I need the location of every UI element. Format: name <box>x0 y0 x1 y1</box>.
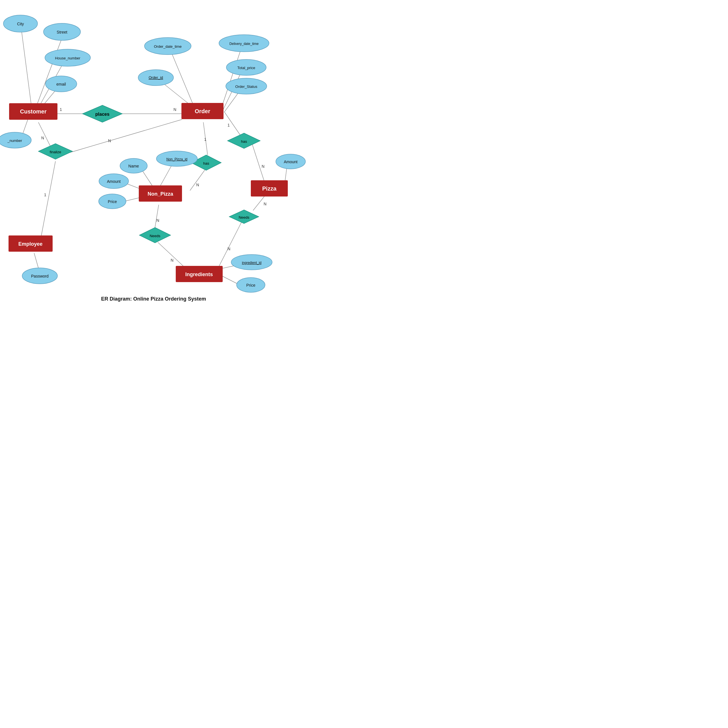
svg-line-11 <box>222 47 242 107</box>
svg-text:N: N <box>156 218 159 223</box>
attr-street-label: Street <box>57 30 67 34</box>
entity-pizza-label: Pizza <box>262 185 277 192</box>
svg-line-9 <box>171 50 193 105</box>
entity-employee-label: Employee <box>18 241 42 247</box>
svg-text:1: 1 <box>44 193 46 197</box>
attr-order-status-label: Order_Status <box>235 84 257 89</box>
attr-nonpizza-amount-label: Amount <box>107 179 121 184</box>
svg-line-29 <box>41 161 55 236</box>
attr-total-price-label: Total_price <box>237 66 255 70</box>
attr-ingredient-id-label: ingredient_id <box>242 261 262 265</box>
attr-phone-number-label: _number <box>7 139 22 143</box>
relationship-finalize-label: finalize <box>50 150 61 154</box>
attr-ingredient-price-label: Price <box>246 283 255 288</box>
attr-nonpizza-name-label: Name <box>128 164 139 168</box>
svg-text:N: N <box>262 164 265 169</box>
svg-line-38 <box>253 196 265 210</box>
attr-email-label: email <box>56 82 66 86</box>
relationship-has2-label: has <box>203 161 209 165</box>
svg-text:N: N <box>108 139 111 143</box>
svg-line-16 <box>251 141 265 182</box>
relationship-has1-label: has <box>241 139 247 144</box>
relationship-needs1-label: Needs <box>150 234 161 238</box>
svg-line-31 <box>68 119 182 153</box>
svg-line-21 <box>190 170 205 191</box>
svg-text:N: N <box>41 136 44 140</box>
attr-delivery-date-time-label: Delivery_date_time <box>229 42 259 46</box>
entity-order-label: Order <box>195 108 210 114</box>
svg-text:1: 1 <box>228 123 230 127</box>
svg-text:1: 1 <box>60 107 62 112</box>
svg-line-34 <box>155 205 159 228</box>
entity-customer-label: Customer <box>20 109 47 115</box>
relationship-places-label: places <box>95 112 110 116</box>
attr-nonpizza-price-label: Price <box>108 199 117 204</box>
relationship-needs2-label: Needs <box>239 215 249 220</box>
svg-text:N: N <box>173 107 176 112</box>
attr-nonpizza-id-label: Non_Pizza_id <box>166 157 187 161</box>
svg-text:1: 1 <box>204 137 206 142</box>
diagram-title: ER Diagram: Online Pizza Ordering System <box>101 296 206 302</box>
er-diagram: 1 N 1 N 1 N <box>0 0 307 307</box>
svg-text:N: N <box>196 183 199 187</box>
attr-city-label: City <box>17 21 24 26</box>
svg-text:N: N <box>171 258 173 263</box>
entity-ingredients-label: Ingredients <box>185 272 213 277</box>
attr-house-number-label: House_number <box>55 56 81 60</box>
attr-order-date-time-label: Order_date_time <box>154 44 182 49</box>
attr-order-id-label: Order_id <box>149 75 163 80</box>
svg-line-1 <box>37 37 63 105</box>
entity-nonpizza-label: Non_Pizza <box>148 191 173 197</box>
attr-pizza-amount-label: Amount <box>284 159 297 164</box>
svg-text:N: N <box>228 246 230 251</box>
svg-line-0 <box>21 29 31 105</box>
attr-password-label: Password <box>31 274 48 278</box>
svg-text:N: N <box>264 202 266 206</box>
